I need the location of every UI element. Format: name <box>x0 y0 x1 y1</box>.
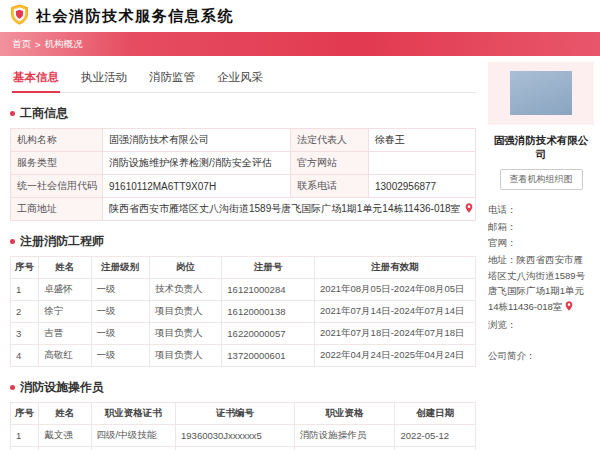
table-cell: 何明 <box>39 447 91 450</box>
red-dot-icon <box>10 111 15 116</box>
table-cell: 徐宁 <box>39 301 91 323</box>
column-header: 注册有效期 <box>314 257 475 279</box>
tab-basic-info[interactable]: 基本信息 <box>12 66 60 93</box>
table-cell: 项目负责人 <box>149 301 221 323</box>
table-cell: 2021年07月14日-2024年07月14日 <box>314 301 475 323</box>
breadcrumb-separator: > <box>35 39 41 50</box>
tab-practice-activity[interactable]: 执业活动 <box>80 66 128 92</box>
field-label: 法定代表人 <box>291 129 369 152</box>
section-title-text: 工商信息 <box>20 105 68 122</box>
table-cell: 高敬红 <box>39 345 91 367</box>
breadcrumb: 首页 > 机构概况 <box>12 38 83 51</box>
contact-label: 官网： <box>488 237 517 248</box>
field-value: 91610112MA6TT9X07H <box>103 175 291 198</box>
location-pin-icon[interactable] <box>565 302 573 313</box>
column-header: 姓名 <box>39 257 91 279</box>
contact-info: 电话： 邮箱： 官网： 地址：陕西省西安市雁塔区丈八沟街道1589号唐飞国际广场… <box>488 202 594 364</box>
table-cell: 卓盛怀 <box>39 279 91 301</box>
table-cell: 1 <box>11 425 39 447</box>
contact-label: 浏览： <box>488 319 517 330</box>
content-area: 基本信息 执业活动 消防监管 企业风采 工商信息 机构名称 固强消防技术有限公司… <box>0 56 600 450</box>
business-info-table: 机构名称 固强消防技术有限公司 法定代表人 徐春王 服务类型 消防设施维护保养检… <box>10 128 476 221</box>
table-cell: 消防设施操作员 <box>294 425 395 447</box>
section-title-text: 注册消防工程师 <box>20 233 104 250</box>
contact-label: 电话： <box>488 204 517 215</box>
table-cell: 四级/中级技能 <box>91 425 176 447</box>
app-header: 社会消防技术服务信息系统 <box>0 0 600 32</box>
table-cell: 一级 <box>91 279 149 301</box>
table-cell: 一级 <box>91 301 149 323</box>
section-title-engineers: 注册消防工程师 <box>10 233 476 250</box>
main-column: 基本信息 执业活动 消防监管 企业风采 工商信息 机构名称 固强消防技术有限公司… <box>10 62 476 450</box>
table-row: 3吉晋一级项目负责人162200000572021年07月18日-2024年07… <box>11 323 476 345</box>
column-header: 姓名 <box>39 403 91 425</box>
table-cell: 项目负责人 <box>149 345 221 367</box>
field-value: 固强消防技术有限公司 <box>103 129 291 152</box>
table-cell: 2021-06-18 <box>395 447 476 450</box>
column-header: 序号 <box>11 403 39 425</box>
table-cell: 1 <box>11 279 39 301</box>
section-title-business-info: 工商信息 <box>10 105 476 122</box>
field-value: 13002956877 <box>369 175 476 198</box>
field-value: 消防设施维护保养检测/消防安全评估 <box>103 152 291 175</box>
contact-website-row: 官网： <box>488 235 592 251</box>
field-label: 工商地址 <box>11 198 103 221</box>
table-cell: 4 <box>11 345 39 367</box>
table-cell: 技术负责人 <box>149 279 221 301</box>
table-cell: 2 <box>11 447 39 450</box>
breadcrumb-home-link[interactable]: 首页 <box>12 38 31 51</box>
field-value: 徐春王 <box>369 129 476 152</box>
tab-fire-supervision[interactable]: 消防监管 <box>148 66 196 92</box>
app-title: 社会消防技术服务信息系统 <box>36 7 234 26</box>
table-cell: 消防设施操作员 <box>294 447 395 450</box>
column-header: 证书编号 <box>176 403 295 425</box>
column-header: 职业资格证书 <box>91 403 176 425</box>
red-dot-icon <box>10 385 15 390</box>
table-row: 4高敬红一级项目负责人137200006012022年04月24日-2025年0… <box>11 345 476 367</box>
column-header: 注册号 <box>222 257 315 279</box>
contact-views-row: 浏览： <box>488 317 592 333</box>
table-cell: 16220000057 <box>222 323 315 345</box>
page-root: 社会消防技术服务信息系统 首页 > 机构概况 基本信息 执业活动 消防监管 企业… <box>0 0 600 450</box>
field-value <box>369 152 476 175</box>
table-cell: 2021年07月18日-2024年07月18日 <box>314 323 475 345</box>
contact-phone-row: 电话： <box>488 202 592 218</box>
operators-table: 序号姓名职业资格证书证书编号职业资格创建日期1戴文强四级/中级技能1936003… <box>10 402 476 450</box>
table-cell: 2021年08月05日-2024年08月05日 <box>314 279 475 301</box>
section-title-operators: 消防设施操作员 <box>10 379 476 396</box>
breadcrumb-banner: 首页 > 机构概况 <box>0 32 600 56</box>
table-cell: 吉晋 <box>39 323 91 345</box>
field-label: 官方网站 <box>291 152 369 175</box>
section-title-text: 消防设施操作员 <box>20 379 104 396</box>
table-row: 服务类型 消防设施维护保养检测/消防安全评估 官方网站 <box>11 152 476 175</box>
table-cell: 2022-05-12 <box>395 425 476 447</box>
contact-address-row: 地址：陕西省西安市雁塔区丈八沟街道1589号唐飞国际广场1期1单元14栋1143… <box>488 252 592 316</box>
app-logo-shield-icon <box>10 4 29 29</box>
table-cell: 项目负责人 <box>149 323 221 345</box>
table-cell: 16121000284 <box>222 279 315 301</box>
table-row: 2何明四级/中级技能19360030Zxxxxxx5消防设施操作员2021-06… <box>11 447 476 450</box>
red-dot-icon <box>10 239 15 244</box>
table-cell: 19360030Zxxxxxx5 <box>176 447 295 450</box>
field-label: 机构名称 <box>11 129 103 152</box>
column-header: 岗位 <box>149 257 221 279</box>
view-org-chart-button[interactable]: 查看机构组织图 <box>500 169 583 190</box>
column-header: 职业资格 <box>294 403 395 425</box>
table-cell: 13720000601 <box>222 345 315 367</box>
location-pin-icon[interactable] <box>465 203 473 215</box>
table-cell: 3 <box>11 323 39 345</box>
tab-company-showcase[interactable]: 企业风采 <box>216 66 264 92</box>
field-label: 服务类型 <box>11 152 103 175</box>
field-label: 统一社会信用代码 <box>11 175 103 198</box>
business-address-text: 陕西省西安市雁塔区丈八沟街道1589号唐飞国际广场1期1单元14栋11436-0… <box>109 202 461 216</box>
table-header-row: 序号姓名职业资格证书证书编号职业资格创建日期 <box>11 403 476 425</box>
table-row: 2徐宁一级项目负责人161200001382021年07月14日-2024年07… <box>11 301 476 323</box>
column-header: 注册级别 <box>91 257 149 279</box>
field-label: 联系电话 <box>291 175 369 198</box>
column-header: 序号 <box>11 257 39 279</box>
column-header: 创建日期 <box>395 403 476 425</box>
breadcrumb-current: 机构概况 <box>45 38 83 51</box>
table-cell: 一级 <box>91 323 149 345</box>
table-cell: 2022年04月24日-2025年04月24日 <box>314 345 475 367</box>
table-row: 1戴文强四级/中级技能19360030Jxxxxxx5消防设施操作员2022-0… <box>11 425 476 447</box>
